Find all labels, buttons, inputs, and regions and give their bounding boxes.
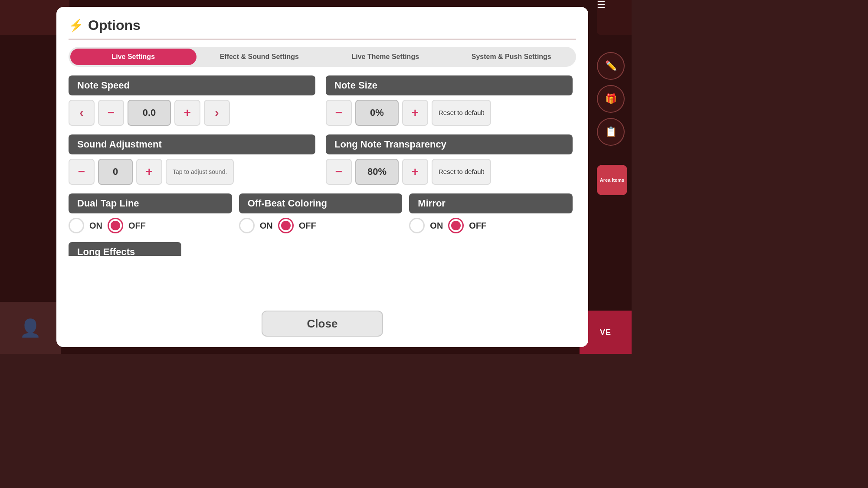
note-size-label: Note Size — [326, 75, 573, 95]
note-size-section: Note Size − 0% + Reset to default — [326, 75, 573, 126]
transparency-reset-button[interactable]: Reset to default — [432, 159, 491, 185]
off-beat-on-radio[interactable] — [239, 218, 255, 233]
dual-tap-on-label: ON — [89, 221, 102, 231]
note-speed-value: 0.0 — [128, 100, 171, 126]
long-note-transparency-label: Long Note Transparency — [326, 134, 573, 154]
dual-tap-line-toggle: ON OFF — [69, 218, 232, 233]
bottom-left-thumbnail: 👤 — [0, 302, 61, 354]
tab-system-push[interactable]: System & Push Settings — [449, 49, 575, 65]
note-speed-plus-button[interactable]: + — [174, 100, 200, 126]
sound-adjustment-section: Sound Adjustment − 0 + Tap to adjust sou… — [69, 134, 315, 185]
mirror-off-radio[interactable] — [448, 218, 464, 233]
row-1-grid: Note Speed ‹ − 0.0 + › Note Size − 0% + … — [69, 75, 573, 126]
note-speed-next-button[interactable]: › — [204, 100, 230, 126]
note-speed-prev-button[interactable]: ‹ — [69, 100, 95, 126]
dual-tap-off-label: OFF — [128, 221, 146, 231]
dual-tap-line-section: Dual Tap Line ON OFF — [69, 193, 232, 233]
mirror-on-label: ON — [430, 221, 443, 231]
note-size-reset-button[interactable]: Reset to default — [432, 100, 491, 126]
lightning-icon: ⚡ — [69, 18, 84, 33]
note-size-controls: − 0% + Reset to default — [326, 100, 573, 126]
mirror-toggle: ON OFF — [409, 218, 573, 233]
note-size-plus-button[interactable]: + — [402, 100, 428, 126]
mirror-label: Mirror — [409, 193, 573, 213]
mirror-section: Mirror ON OFF — [409, 193, 573, 233]
sound-adjustment-controls: − 0 + Tap to adjust sound. — [69, 159, 315, 185]
note-size-minus-button[interactable]: − — [326, 100, 352, 126]
transparency-plus-button[interactable]: + — [402, 159, 428, 185]
note-size-value: 0% — [355, 100, 399, 126]
bg-top-right: ☰ — [597, 0, 632, 35]
long-effects-peek: Long Effects — [69, 242, 573, 256]
toggle-grid: Dual Tap Line ON OFF Off-Beat Coloring O… — [69, 193, 573, 233]
mirror-on-radio[interactable] — [409, 218, 425, 233]
sound-minus-button[interactable]: − — [69, 159, 95, 185]
dialog-header: ⚡ Options — [69, 17, 576, 40]
long-note-transparency-section: Long Note Transparency − 80% + Reset to … — [326, 134, 573, 185]
dual-tap-on-radio[interactable] — [69, 218, 84, 233]
note-speed-minus-button[interactable]: − — [98, 100, 124, 126]
off-beat-coloring-toggle: ON OFF — [239, 218, 403, 233]
off-beat-coloring-section: Off-Beat Coloring ON OFF — [239, 193, 403, 233]
sound-adjustment-value: 0 — [98, 159, 133, 185]
note-speed-label: Note Speed — [69, 75, 315, 95]
dialog-content: Note Speed ‹ − 0.0 + › Note Size − 0% + … — [69, 75, 576, 304]
transparency-value: 80% — [355, 159, 399, 185]
tabs-container: Live Settings Effect & Sound Settings Li… — [69, 47, 576, 67]
options-dialog: ⚡ Options Live Settings Effect & Sound S… — [56, 7, 588, 347]
close-button[interactable]: Close — [262, 311, 383, 337]
long-note-transparency-controls: − 80% + Reset to default — [326, 159, 573, 185]
note-speed-section: Note Speed ‹ − 0.0 + › — [69, 75, 315, 126]
sidebar-icon-checklist[interactable]: 📋 — [597, 118, 625, 146]
dual-tap-off-radio[interactable] — [108, 218, 123, 233]
off-beat-coloring-label: Off-Beat Coloring — [239, 193, 403, 213]
area-items-button[interactable]: Area Items — [597, 165, 627, 195]
tab-effect-sound[interactable]: Effect & Sound Settings — [197, 49, 323, 65]
sidebar-icon-pen[interactable]: ✏️ — [597, 52, 625, 80]
transparency-minus-button[interactable]: − — [326, 159, 352, 185]
sidebar-icons: ✏️ 🎁 📋 — [597, 52, 625, 146]
tap-adjust-button[interactable]: Tap to adjust sound. — [166, 159, 234, 185]
off-beat-on-label: ON — [260, 221, 273, 231]
row-2-grid: Sound Adjustment − 0 + Tap to adjust sou… — [69, 134, 573, 185]
off-beat-off-label: OFF — [299, 221, 316, 231]
sound-plus-button[interactable]: + — [136, 159, 162, 185]
tab-live-theme[interactable]: Live Theme Settings — [322, 49, 449, 65]
long-effects-label: Long Effects — [69, 242, 181, 256]
sidebar-icon-gift[interactable]: 🎁 — [597, 85, 625, 113]
note-speed-controls: ‹ − 0.0 + › — [69, 100, 315, 126]
mirror-off-label: OFF — [469, 221, 486, 231]
tab-live-settings[interactable]: Live Settings — [70, 49, 197, 65]
sound-adjustment-label: Sound Adjustment — [69, 134, 315, 154]
dialog-title: Options — [88, 17, 141, 33]
off-beat-off-radio[interactable] — [278, 218, 294, 233]
close-row: Close — [69, 304, 576, 337]
dual-tap-line-label: Dual Tap Line — [69, 193, 232, 213]
